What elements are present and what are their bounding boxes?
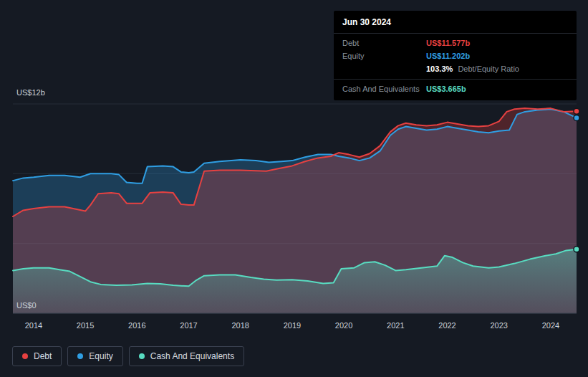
x-tick-label: 2023 [490, 321, 507, 330]
x-tick-label: 2017 [180, 321, 197, 330]
tooltip-equity-label: Equity [342, 52, 426, 60]
tooltip-debt-label: Debt [342, 39, 426, 47]
cash-legend-dot-icon [139, 353, 145, 359]
legend-item-equity[interactable]: Equity [67, 346, 122, 366]
tooltip-row-equity: Equity US$11.202b [334, 49, 577, 62]
x-tick-label: 2022 [438, 321, 456, 330]
tooltip-ratio-value: 103.3% [426, 65, 453, 73]
tooltip-row-ratio: 103.3% Debt/Equity Ratio [334, 62, 577, 75]
tooltip-cash-value: US$3.665b [426, 85, 466, 93]
tooltip-equity-value: US$11.202b [426, 52, 470, 60]
chart-legend: Debt Equity Cash And Equivalents [12, 346, 244, 366]
x-tick-label: 2018 [231, 321, 249, 330]
equity-legend-dot-icon [77, 353, 83, 359]
x-tick-label: 2020 [335, 321, 352, 330]
x-tick-label: 2021 [387, 321, 404, 330]
debt-equity-chart: US$12b US$0 2014201520162017201820192020… [0, 0, 588, 377]
x-tick-label: 2015 [77, 321, 94, 330]
tooltip-ratio-caption: Debt/Equity Ratio [458, 65, 519, 73]
x-tick-label: 2019 [284, 321, 301, 330]
legend-debt-label: Debt [34, 351, 52, 361]
x-tick-label: 2016 [128, 321, 145, 330]
debt-legend-dot-icon [22, 353, 28, 359]
tooltip-date: Jun 30 2024 [334, 11, 577, 34]
tooltip-row-cash: Cash And Equivalents US$3.665b [334, 79, 577, 99]
x-tick-label: 2024 [542, 321, 559, 330]
legend-item-cash[interactable]: Cash And Equivalents [129, 346, 244, 366]
chart-tooltip: Jun 30 2024 Debt US$11.577b Equity US$11… [334, 11, 577, 100]
x-axis: 2014201520162017201820192020202120222023… [0, 321, 588, 333]
tooltip-cash-label: Cash And Equivalents [342, 85, 426, 93]
y-axis-label-top: US$12b [16, 88, 45, 97]
tooltip-debt-value: US$11.577b [426, 39, 470, 47]
legend-cash-label: Cash And Equivalents [150, 351, 234, 361]
y-axis-label-bottom: US$0 [16, 301, 37, 310]
tooltip-row-debt: Debt US$11.577b [334, 34, 577, 49]
legend-equity-label: Equity [89, 351, 112, 361]
x-tick-label: 2014 [25, 321, 42, 330]
legend-item-debt[interactable]: Debt [12, 346, 62, 366]
